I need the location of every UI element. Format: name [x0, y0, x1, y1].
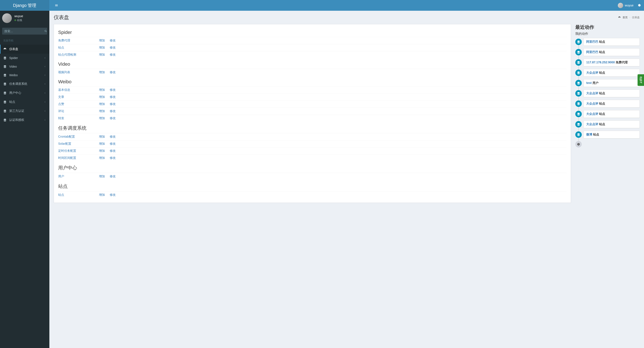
timeline-box[interactable]: 微博站点 — [584, 131, 640, 138]
model-add-link[interactable]: 增加 — [99, 46, 105, 50]
chevron-left-icon — [44, 65, 46, 68]
model-add-link[interactable]: 增加 — [99, 135, 105, 139]
model-change-link[interactable]: 修改 — [110, 156, 116, 160]
model-link[interactable]: Crontab配置 — [58, 135, 99, 139]
model-link[interactable]: 站点代理检测 — [58, 53, 99, 57]
timeline-link[interactable]: test — [586, 81, 592, 84]
sidebar-item-站点[interactable]: 站点 — [0, 98, 49, 106]
timeline-box[interactable]: 大众点评站点 — [584, 100, 640, 108]
database-icon — [575, 132, 582, 138]
timeline-type: 站点 — [599, 50, 605, 54]
timeline-link[interactable]: 大众点评 — [586, 112, 598, 116]
timeline-box[interactable]: 大众点评站点 — [584, 110, 640, 118]
model-change-link[interactable]: 修改 — [110, 88, 116, 92]
database-icon — [3, 118, 8, 122]
model-add-link[interactable]: 增加 — [99, 95, 105, 99]
database-icon — [575, 100, 582, 107]
model-add-link[interactable]: 增加 — [99, 39, 105, 42]
model-add-link[interactable]: 增加 — [99, 149, 105, 153]
timeline-link[interactable]: 大众点评 — [586, 102, 598, 105]
model-link[interactable]: 定时任务配置 — [58, 149, 99, 153]
model-link[interactable]: 转发 — [58, 116, 99, 120]
model-link[interactable]: 免费代理 — [58, 39, 99, 42]
model-change-link[interactable]: 修改 — [110, 149, 116, 153]
search-input[interactable] — [2, 28, 44, 34]
timeline-link[interactable]: 117.87.178.252:9000 — [586, 60, 615, 64]
timeline-box[interactable]: 117.87.178.252:9000免费代理 — [584, 58, 640, 66]
model-add-link[interactable]: 增加 — [99, 53, 105, 57]
timeline-link[interactable]: 大众点评 — [586, 71, 598, 74]
model-change-link[interactable]: 修改 — [110, 102, 116, 106]
model-change-link[interactable]: 修改 — [110, 116, 116, 120]
sidebar-item-第三方认证[interactable]: 第三方认证 — [0, 106, 49, 116]
model-row: 定时任务配置增加修改 — [58, 147, 566, 154]
timeline-link[interactable]: 大众点评 — [586, 122, 598, 126]
model-link[interactable]: 用户 — [58, 174, 99, 178]
sidebar-item-用户中心[interactable]: 用户中心 — [0, 88, 49, 98]
model-add-link[interactable]: 增加 — [99, 109, 105, 113]
sidebar-item-label: Weibo — [9, 74, 44, 77]
navbar-user[interactable]: wuyue — [618, 3, 634, 8]
model-add-link[interactable]: 增加 — [99, 70, 105, 74]
search-button[interactable] — [44, 28, 47, 34]
timeline-link[interactable]: 大众点评 — [586, 92, 598, 95]
model-link[interactable]: 站点 — [58, 193, 99, 197]
navbar-settings[interactable] — [637, 4, 641, 7]
timeline-box[interactable]: 大众点评站点 — [584, 120, 640, 128]
model-change-link[interactable]: 修改 — [110, 109, 116, 113]
model-add-link[interactable]: 增加 — [99, 88, 105, 92]
model-link[interactable]: 基本信息 — [58, 88, 99, 92]
model-change-link[interactable]: 修改 — [110, 135, 116, 139]
breadcrumb-home[interactable]: 首页 — [622, 16, 628, 19]
database-icon — [3, 91, 8, 95]
model-add-link[interactable]: 增加 — [99, 142, 105, 146]
database-icon — [3, 82, 8, 86]
model-add-link[interactable]: 增加 — [99, 116, 105, 120]
model-change-link[interactable]: 修改 — [110, 46, 116, 50]
timeline-item: 阿里巴巴站点 — [584, 48, 640, 56]
model-add-link[interactable]: 增加 — [99, 102, 105, 106]
sidebar: wuyue 在线 页面导航 仪表盘SpiderVideoWeibo任务调度系统用… — [0, 11, 49, 348]
sidebar-item-weibo[interactable]: Weibo — [0, 71, 49, 80]
timeline-link[interactable]: 阿里巴巴 — [586, 50, 598, 54]
model-link[interactable]: 站点 — [58, 46, 99, 50]
model-change-link[interactable]: 修改 — [110, 39, 116, 42]
model-link[interactable]: 点赞 — [58, 102, 99, 106]
chevron-left-icon — [44, 92, 46, 94]
sidebar-item-仪表盘[interactable]: 仪表盘 — [0, 45, 49, 54]
model-change-link[interactable]: 修改 — [110, 174, 116, 178]
model-add-link[interactable]: 增加 — [99, 174, 105, 178]
sidebar-toggle[interactable] — [52, 2, 60, 8]
timeline-box[interactable]: test用户 — [584, 79, 640, 87]
model-change-link[interactable]: 修改 — [110, 70, 116, 74]
model-link[interactable]: 时间区间配置 — [58, 156, 99, 160]
sidebar-item-video[interactable]: Video — [0, 62, 49, 71]
sidebar-item-spider[interactable]: Spider — [0, 54, 49, 62]
timeline-link[interactable]: 阿里巴巴 — [586, 40, 598, 43]
django-debug-toolbar-handle[interactable]: DjDT — [638, 74, 644, 86]
brand-logo[interactable]: Django 管理 — [0, 0, 49, 11]
timeline-box[interactable]: 大众点评站点 — [584, 90, 640, 97]
timeline-box[interactable]: 阿里巴巴站点 — [584, 38, 640, 46]
model-change-link[interactable]: 修改 — [110, 53, 116, 57]
sidebar-item-label: 仪表盘 — [9, 47, 46, 51]
timeline-box[interactable]: 大众点评站点 — [584, 69, 640, 77]
model-change-link[interactable]: 修改 — [110, 193, 116, 197]
model-row: 文章增加修改 — [58, 94, 566, 100]
sidebar-item-label: 站点 — [9, 100, 44, 104]
model-change-link[interactable]: 修改 — [110, 142, 116, 146]
model-link[interactable]: 视频列表 — [58, 70, 99, 74]
model-link[interactable]: Solar配置 — [58, 142, 99, 146]
model-change-link[interactable]: 修改 — [110, 95, 116, 99]
timeline-box[interactable]: 阿里巴巴站点 — [584, 48, 640, 56]
model-link[interactable]: 文章 — [58, 95, 99, 99]
recent-timeline: 阿里巴巴站点阿里巴巴站点117.87.178.252:9000免费代理大众点评站… — [575, 38, 640, 148]
sidebar-item-认证和授权[interactable]: 认证和授权 — [0, 116, 49, 124]
sidebar-item-任务调度系统[interactable]: 任务调度系统 — [0, 80, 49, 88]
model-add-link[interactable]: 增加 — [99, 193, 105, 197]
timeline-link[interactable]: 微博 — [586, 133, 592, 136]
database-icon — [3, 109, 8, 113]
model-link[interactable]: 评论 — [58, 109, 99, 113]
model-add-link[interactable]: 增加 — [99, 156, 105, 160]
chevron-left-icon — [44, 110, 46, 112]
